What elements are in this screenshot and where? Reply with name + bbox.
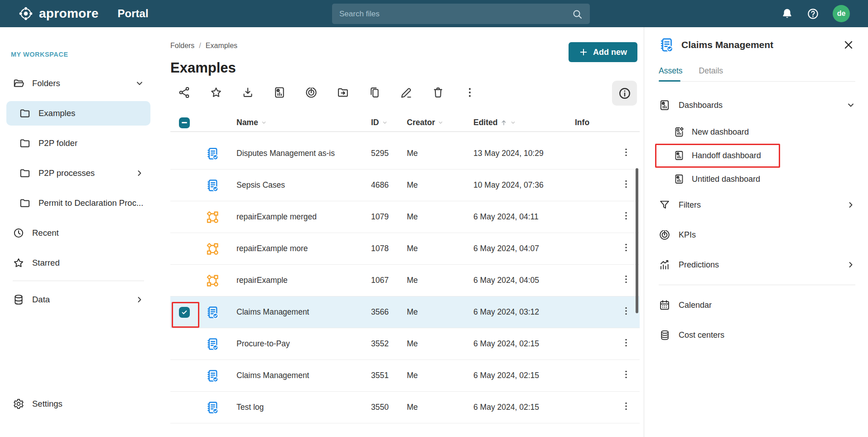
row-menu-button[interactable] xyxy=(621,401,632,412)
table-row-selected[interactable]: Claims Management 3566 Me 6 May 2024, 03… xyxy=(170,296,640,328)
app-name: Portal xyxy=(118,7,149,20)
panel-section-cost-centers[interactable]: Cost centers xyxy=(659,323,855,347)
sidebar-item-examples[interactable]: Examples xyxy=(6,101,150,126)
row-creator: Me xyxy=(407,403,473,412)
sidebar-item-settings[interactable]: Settings xyxy=(6,392,150,416)
column-header-edited[interactable]: Edited xyxy=(473,118,571,127)
scrollbar-thumb[interactable] xyxy=(636,168,638,313)
close-panel-button[interactable] xyxy=(843,39,855,51)
help-icon[interactable] xyxy=(807,8,819,20)
panel-section-calendar[interactable]: Calendar xyxy=(659,293,855,317)
sidebar-item-recent[interactable]: Recent xyxy=(6,221,150,245)
row-menu-button[interactable] xyxy=(621,242,632,253)
sidebar-item-starred[interactable]: Starred xyxy=(6,251,150,275)
folder-icon xyxy=(19,137,31,149)
table-row[interactable]: repairExample 1067 Me 6 May 2024, 04:05 xyxy=(170,265,640,296)
chevron-right-icon[interactable] xyxy=(135,169,144,178)
sidebar-item-p2p-processes[interactable]: P2P processes xyxy=(6,161,150,185)
folder-icon xyxy=(19,167,31,179)
share-button[interactable] xyxy=(178,86,191,99)
panel-section-filters[interactable]: Filters xyxy=(659,193,855,217)
sidebar-item-permit-to-declaration[interactable]: Permit to Declaration Proc... xyxy=(6,191,150,215)
folder-icon xyxy=(19,197,31,209)
notifications-bell-icon[interactable] xyxy=(781,8,793,20)
copy-button[interactable] xyxy=(368,86,381,99)
table-row[interactable]: Sepsis Cases 4686 Me 10 May 2024, 07:36 xyxy=(170,170,640,201)
row-edited: 13 May 2024, 10:29 xyxy=(473,149,571,158)
row-menu-button[interactable] xyxy=(621,306,632,316)
sidebar-item-data[interactable]: Data xyxy=(6,287,150,312)
row-name: Procure-to-Pay xyxy=(236,339,371,349)
row-menu-button[interactable] xyxy=(621,210,632,221)
row-menu-button[interactable] xyxy=(621,147,632,158)
row-id: 1079 xyxy=(371,212,407,222)
row-menu-button[interactable] xyxy=(621,274,632,285)
panel-section-dashboards[interactable]: Dashboards xyxy=(659,93,855,117)
apromore-logo-icon[interactable] xyxy=(18,6,34,21)
search-input[interactable] xyxy=(339,10,572,19)
table-row[interactable]: Test log 3550 Me 6 May 2024, 02:15 xyxy=(170,392,640,423)
panel-item-new-dashboard[interactable]: New dashboard xyxy=(659,120,855,144)
user-avatar[interactable]: de xyxy=(833,5,850,22)
kpi-button[interactable] xyxy=(305,86,318,99)
chevron-down-icon[interactable] xyxy=(846,101,855,110)
tab-details[interactable]: Details xyxy=(699,66,723,81)
download-icon xyxy=(241,86,254,99)
download-button[interactable] xyxy=(241,86,254,99)
portal-app: apromore Portal de MY WORKSPACE Folders xyxy=(0,0,868,437)
panel-item-untitled-dashboard[interactable]: Untitled dashboard xyxy=(659,167,855,191)
add-new-button[interactable]: Add new xyxy=(569,42,637,62)
clock-icon xyxy=(13,227,24,239)
breadcrumb-folders[interactable]: Folders xyxy=(170,42,194,50)
row-menu-button[interactable] xyxy=(621,337,632,348)
folder-open-icon xyxy=(13,78,24,89)
sidebar-item-label: Recent xyxy=(32,228,59,238)
pen-icon xyxy=(400,86,413,99)
kebab-menu-icon xyxy=(621,179,632,189)
chevron-right-icon[interactable] xyxy=(135,295,144,304)
panel-item-handoff-dashboard[interactable]: Handoff dashboard xyxy=(659,144,855,167)
row-edited: 6 May 2024, 03:12 xyxy=(473,307,571,317)
row-menu-button[interactable] xyxy=(621,179,632,189)
move-to-folder-button[interactable] xyxy=(337,86,349,99)
select-all-checkbox[interactable] xyxy=(179,117,190,128)
column-header-creator[interactable]: Creator xyxy=(407,118,473,127)
panel-section-label: Dashboards xyxy=(679,101,723,110)
row-name: Sepsis Cases xyxy=(236,180,371,190)
tab-assets[interactable]: Assets xyxy=(659,66,683,81)
event-log-icon xyxy=(206,369,219,383)
row-menu-button[interactable] xyxy=(621,369,632,380)
table-row[interactable]: Disputes Management as-is 5295 Me 13 May… xyxy=(170,138,640,170)
column-header-name[interactable]: Name xyxy=(236,118,371,127)
database-icon xyxy=(13,294,24,306)
main-content: Folders / Examples Add new Examples xyxy=(157,27,644,437)
kebab-menu-icon xyxy=(621,306,632,316)
sidebar-item-folders[interactable]: Folders xyxy=(6,71,150,96)
panel-section-label: KPIs xyxy=(679,230,696,240)
row-checkbox-checked[interactable] xyxy=(179,307,190,318)
sidebar-item-p2p-folder[interactable]: P2P folder xyxy=(6,131,150,155)
sidebar-item-label: Settings xyxy=(32,399,63,409)
panel-section-kpis[interactable]: KPIs xyxy=(659,223,855,247)
panel-tabs: Assets Details xyxy=(659,66,855,82)
dashboard-icon xyxy=(674,150,685,161)
search-bar[interactable] xyxy=(332,4,590,24)
table-row[interactable]: Claims Management 3551 Me 6 May 2024, 02… xyxy=(170,360,640,392)
info-panel-toggle-button[interactable] xyxy=(612,81,637,106)
table-row[interactable]: Procure-to-Pay 3552 Me 6 May 2024, 02:15 xyxy=(170,328,640,360)
funnel-icon xyxy=(659,199,670,211)
chevron-down-icon[interactable] xyxy=(135,79,144,88)
table-row[interactable]: repairExample merged 1079 Me 6 May 2024,… xyxy=(170,201,640,233)
star-button[interactable] xyxy=(210,86,222,99)
create-dashboard-button[interactable] xyxy=(273,86,286,99)
more-options-button[interactable] xyxy=(463,86,476,99)
chevron-right-icon[interactable] xyxy=(846,260,855,269)
row-id: 1067 xyxy=(371,276,407,285)
panel-section-predictions[interactable]: Predictions xyxy=(659,253,855,277)
rename-button[interactable] xyxy=(400,86,413,99)
column-header-id[interactable]: ID xyxy=(371,118,407,127)
delete-button[interactable] xyxy=(432,86,444,99)
chevron-right-icon[interactable] xyxy=(846,200,855,209)
table-row[interactable]: repairExample more 1078 Me 6 May 2024, 0… xyxy=(170,233,640,265)
search-icon[interactable] xyxy=(572,9,583,19)
